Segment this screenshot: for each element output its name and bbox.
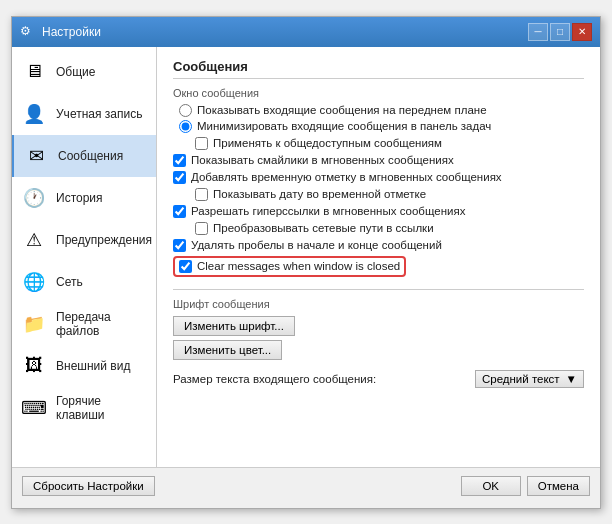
change-color-button[interactable]: Изменить цвет... xyxy=(173,340,282,360)
sidebar-label-filetransfer: Передача файлов xyxy=(56,310,148,338)
checkbox-clear-messages-label: Clear messages when window is closed xyxy=(197,260,400,272)
sidebar-item-hotkeys[interactable]: ⌨ Горячие клавиши xyxy=(12,387,156,429)
font-section: Шрифт сообщения Изменить шрифт... Измени… xyxy=(173,289,584,388)
alerts-icon: ⚠ xyxy=(20,226,48,254)
checkbox-trim-spaces-input[interactable] xyxy=(173,239,186,252)
sidebar-label-history: История xyxy=(56,191,103,205)
general-icon: 🖥 xyxy=(20,58,48,86)
section-title: Сообщения xyxy=(173,59,584,79)
radio-group: Показывать входящие сообщения на передне… xyxy=(179,104,584,133)
hotkeys-icon: ⌨ xyxy=(20,394,48,422)
sidebar-label-hotkeys: Горячие клавиши xyxy=(56,394,148,422)
ok-button[interactable]: OK xyxy=(461,476,521,496)
sidebar-item-general[interactable]: 🖥 Общие xyxy=(12,51,156,93)
sidebar-label-network: Сеть xyxy=(56,275,83,289)
sidebar-label-appearance: Внешний вид xyxy=(56,359,130,373)
checkbox-apply-common-input[interactable] xyxy=(195,137,208,150)
close-button[interactable]: ✕ xyxy=(572,23,592,41)
window-icon: ⚙ xyxy=(20,24,36,40)
sidebar-label-account: Учетная запись xyxy=(56,107,142,121)
checkbox-show-date-label: Показывать дату во временной отметке xyxy=(213,188,426,200)
account-icon: 👤 xyxy=(20,100,48,128)
sidebar-label-alerts: Предупреждения xyxy=(56,233,152,247)
checkbox-allow-hyperlinks-input[interactable] xyxy=(173,205,186,218)
maximize-button[interactable]: □ xyxy=(550,23,570,41)
checkbox-clear-messages[interactable]: Clear messages when window is closed xyxy=(173,256,406,277)
checkbox-apply-common-label: Применять к общедоступным сообщениям xyxy=(213,137,442,149)
checkbox-show-date-input[interactable] xyxy=(195,188,208,201)
title-bar-buttons: ─ □ ✕ xyxy=(528,23,592,41)
footer-left: Сбросить Настройки xyxy=(22,476,155,500)
messages-icon: ✉ xyxy=(22,142,50,170)
sidebar-item-history[interactable]: 🕐 История xyxy=(12,177,156,219)
title-bar: ⚙ Настройки ─ □ ✕ xyxy=(12,17,600,47)
checkbox-convert-paths[interactable]: Преобразовывать сетевые пути в ссылки xyxy=(195,222,584,235)
title-bar-left: ⚙ Настройки xyxy=(20,24,101,40)
font-section-label: Шрифт сообщения xyxy=(173,298,584,310)
minimize-button[interactable]: ─ xyxy=(528,23,548,41)
checkbox-add-timestamp-input[interactable] xyxy=(173,171,186,184)
checkbox-add-timestamp-label: Добавлять временную отметку в мгновенных… xyxy=(191,171,502,183)
checkbox-apply-common[interactable]: Применять к общедоступным сообщениям xyxy=(195,137,584,150)
window-title: Настройки xyxy=(42,25,101,39)
checkbox-convert-paths-label: Преобразовывать сетевые пути в ссылки xyxy=(213,222,434,234)
font-size-select[interactable]: Средний текст ▼ xyxy=(475,370,584,388)
checkbox-show-smileys-input[interactable] xyxy=(173,154,186,167)
checkbox-convert-paths-input[interactable] xyxy=(195,222,208,235)
font-size-label: Размер текста входящего сообщения: xyxy=(173,373,376,385)
sidebar-item-network[interactable]: 🌐 Сеть xyxy=(12,261,156,303)
checkbox-show-smileys[interactable]: Показывать смайлики в мгновенных сообщен… xyxy=(173,154,584,167)
footer-right: OK Отмена xyxy=(461,476,590,500)
main-panel: Сообщения Окно сообщения Показывать вход… xyxy=(157,47,600,467)
font-size-row: Размер текста входящего сообщения: Средн… xyxy=(173,370,584,388)
checkbox-trim-spaces-label: Удалять пробелы в начале и конце сообщен… xyxy=(191,239,442,251)
change-font-button[interactable]: Изменить шрифт... xyxy=(173,316,295,336)
radio-minimize[interactable]: Минимизировать входящие сообщения в пане… xyxy=(179,120,584,133)
settings-window: ⚙ Настройки ─ □ ✕ 🖥 Общие 👤 Учетная запи… xyxy=(11,16,601,509)
sidebar-item-filetransfer[interactable]: 📁 Передача файлов xyxy=(12,303,156,345)
checkbox-show-date[interactable]: Показывать дату во временной отметке xyxy=(195,188,584,201)
checkbox-allow-hyperlinks-label: Разрешать гиперссылки в мгновенных сообщ… xyxy=(191,205,465,217)
checkbox-add-timestamp[interactable]: Добавлять временную отметку в мгновенных… xyxy=(173,171,584,184)
cancel-button[interactable]: Отмена xyxy=(527,476,590,496)
network-icon: 🌐 xyxy=(20,268,48,296)
sidebar-label-messages: Сообщения xyxy=(58,149,123,163)
content-area: 🖥 Общие 👤 Учетная запись ✉ Сообщения 🕐 И… xyxy=(12,47,600,467)
sidebar-item-account[interactable]: 👤 Учетная запись xyxy=(12,93,156,135)
radio-minimize-input[interactable] xyxy=(179,120,192,133)
sidebar-item-appearance[interactable]: 🖼 Внешний вид xyxy=(12,345,156,387)
sidebar-label-general: Общие xyxy=(56,65,95,79)
sidebar-item-messages[interactable]: ✉ Сообщения xyxy=(12,135,156,177)
checkbox-show-smileys-label: Показывать смайлики в мгновенных сообщен… xyxy=(191,154,454,166)
checkbox-trim-spaces[interactable]: Удалять пробелы в начале и конце сообщен… xyxy=(173,239,584,252)
checkbox-clear-messages-input[interactable] xyxy=(179,260,192,273)
radio-show-input[interactable] xyxy=(179,104,192,117)
option-list: Применять к общедоступным сообщениям Пок… xyxy=(173,137,584,277)
radio-show-label: Показывать входящие сообщения на передне… xyxy=(197,104,487,116)
radio-minimize-label: Минимизировать входящие сообщения в пане… xyxy=(197,120,491,132)
filetransfer-icon: 📁 xyxy=(20,310,48,338)
message-window-label: Окно сообщения xyxy=(173,87,584,99)
sidebar-item-alerts[interactable]: ⚠ Предупреждения xyxy=(12,219,156,261)
dropdown-chevron-icon: ▼ xyxy=(566,373,577,385)
reset-button[interactable]: Сбросить Настройки xyxy=(22,476,155,496)
footer: Сбросить Настройки OK Отмена xyxy=(12,467,600,508)
checkbox-allow-hyperlinks[interactable]: Разрешать гиперссылки в мгновенных сообщ… xyxy=(173,205,584,218)
appearance-icon: 🖼 xyxy=(20,352,48,380)
history-icon: 🕐 xyxy=(20,184,48,212)
radio-show[interactable]: Показывать входящие сообщения на передне… xyxy=(179,104,584,117)
sidebar: 🖥 Общие 👤 Учетная запись ✉ Сообщения 🕐 И… xyxy=(12,47,157,467)
font-size-value: Средний текст xyxy=(482,373,560,385)
